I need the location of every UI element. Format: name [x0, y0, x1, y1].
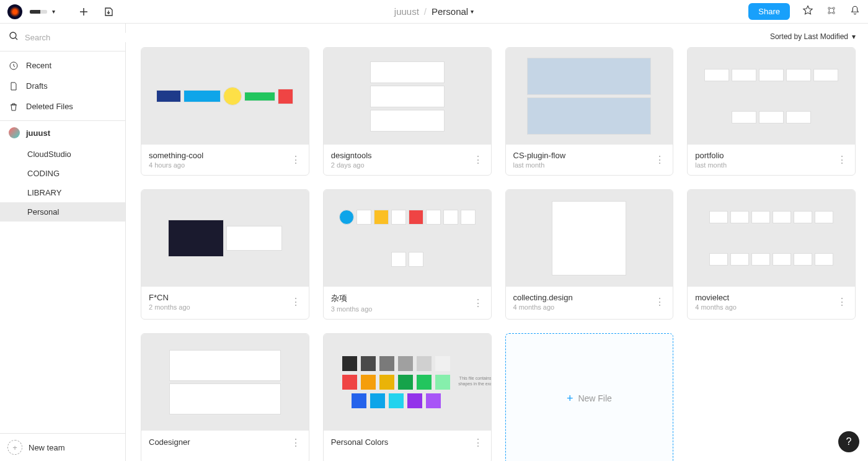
- file-title: movielect: [695, 293, 737, 302]
- sidebar: Recent Drafts Deleted Files juuust: [0, 24, 126, 461]
- help-button[interactable]: ?: [838, 431, 859, 452]
- file-title: something-cool: [149, 151, 203, 160]
- svg-point-1: [833, 7, 835, 9]
- breadcrumb-folder[interactable]: Personal ▾: [432, 6, 474, 17]
- more-options-icon[interactable]: ⋮: [473, 154, 484, 166]
- file-time: 2 days ago: [331, 161, 372, 169]
- file-title: designtools: [331, 151, 372, 160]
- sort-row[interactable]: Sorted by Last Modified ▾: [141, 32, 856, 41]
- file-title: Personal Colors: [331, 437, 389, 447]
- file-thumbnail: This file contains your Color Styles. Th…: [324, 334, 491, 431]
- file-card[interactable]: 杂项 3 months ago ⋮: [323, 189, 492, 320]
- search-input[interactable]: [25, 33, 129, 42]
- project-library[interactable]: LIBRARY: [27, 183, 125, 202]
- file-grid: something-cool 4 hours ago ⋮ designtools…: [141, 47, 856, 461]
- file-thumbnail: [141, 334, 309, 431]
- svg-point-0: [828, 7, 830, 9]
- nav-drafts-label: Drafts: [26, 81, 48, 91]
- svg-point-3: [833, 12, 835, 14]
- nav-drafts[interactable]: Drafts: [0, 76, 125, 96]
- file-card[interactable]: designtools 2 days ago ⋮: [323, 47, 492, 176]
- app-header: ▾ juuust / Personal ▾ Share: [0, 0, 868, 24]
- file-card[interactable]: Codesigner ⋮: [141, 333, 309, 461]
- nav-recent-label: Recent: [26, 61, 51, 70]
- file-card[interactable]: This file contains your Color Styles. Th…: [323, 333, 492, 461]
- sort-label: Sorted by Last Modified: [770, 32, 848, 41]
- clock-icon: [9, 61, 19, 70]
- team-avatar: [9, 127, 20, 138]
- file-time: 4 months ago: [513, 303, 573, 311]
- nav-deleted[interactable]: Deleted Files: [0, 96, 125, 117]
- team-projects: CloudStudio CODING LIBRARY Personal: [0, 145, 125, 222]
- file-thumbnail: [688, 190, 855, 287]
- chevron-down-icon: ▾: [471, 8, 474, 15]
- file-title: portfolio: [695, 151, 727, 160]
- file-time: 3 months ago: [331, 305, 373, 313]
- file-thumbnail: [506, 190, 673, 287]
- file-title: F*CN: [149, 293, 190, 302]
- app-logo[interactable]: [7, 4, 22, 19]
- chevron-down-icon[interactable]: ▾: [52, 8, 55, 15]
- breadcrumb-user[interactable]: juuust: [394, 6, 419, 17]
- more-options-icon[interactable]: ⋮: [473, 297, 484, 309]
- breadcrumb: juuust / Personal ▾: [394, 6, 474, 17]
- file-title: 杂项: [331, 293, 373, 304]
- svg-point-4: [10, 32, 16, 38]
- project-coding[interactable]: CODING: [27, 164, 125, 183]
- more-options-icon[interactable]: ⋮: [655, 296, 665, 308]
- team-section: juuust CloudStudio CODING LIBRARY Person…: [0, 121, 125, 222]
- file-time: 4 months ago: [695, 303, 737, 311]
- new-file-tile[interactable]: + New File: [505, 333, 674, 461]
- project-personal[interactable]: Personal: [0, 202, 125, 222]
- file-title: Codesigner: [149, 437, 190, 447]
- file-time: last month: [513, 161, 566, 169]
- svg-point-2: [828, 12, 830, 14]
- help-label: ?: [846, 436, 852, 447]
- plugin-icon[interactable]: [826, 5, 837, 19]
- file-card[interactable]: F*CN 2 months ago ⋮: [141, 189, 309, 320]
- file-card[interactable]: CS-plugin-flow last month ⋮: [505, 47, 674, 176]
- sidebar-footer[interactable]: + New team: [0, 433, 125, 461]
- header-right: Share: [748, 3, 861, 20]
- more-options-icon[interactable]: ⋮: [473, 437, 484, 449]
- more-options-icon[interactable]: ⋮: [291, 296, 301, 308]
- loading-indicator: [30, 10, 47, 14]
- new-team-label: New team: [29, 443, 65, 452]
- file-time: last month: [695, 161, 727, 169]
- file-card[interactable]: portfolio last month ⋮: [687, 47, 856, 176]
- new-file-icon[interactable]: [79, 7, 89, 17]
- trash-icon: [9, 102, 19, 111]
- file-card[interactable]: collecting.design 4 months ago ⋮: [505, 189, 674, 320]
- main-area: Recent Drafts Deleted Files juuust: [0, 24, 868, 461]
- file-thumbnail: [141, 48, 309, 145]
- file-thumbnail: [506, 48, 673, 145]
- file-thumbnail: [141, 190, 309, 287]
- share-button[interactable]: Share: [748, 3, 790, 20]
- header-left: ▾: [7, 4, 113, 19]
- more-options-icon[interactable]: ⋮: [291, 437, 301, 449]
- breadcrumb-separator: /: [424, 6, 427, 17]
- file-card[interactable]: something-cool 4 hours ago ⋮: [141, 47, 309, 176]
- project-cloudstudio[interactable]: CloudStudio: [27, 145, 125, 164]
- nav-section: Recent Drafts Deleted Files: [0, 51, 125, 121]
- new-file-label: New File: [578, 393, 611, 403]
- nav-recent[interactable]: Recent: [0, 55, 125, 76]
- nav-deleted-label: Deleted Files: [26, 102, 73, 111]
- file-thumbnail: [324, 190, 491, 287]
- more-options-icon[interactable]: ⋮: [291, 154, 301, 166]
- file-time: 2 months ago: [149, 303, 190, 311]
- breadcrumb-folder-label: Personal: [432, 6, 468, 17]
- content-area: Sorted by Last Modified ▾ something-cool…: [126, 24, 868, 461]
- more-options-icon[interactable]: ⋮: [837, 154, 848, 166]
- team-header[interactable]: juuust: [0, 121, 125, 145]
- file-thumbnail: [688, 48, 855, 145]
- file-title: CS-plugin-flow: [513, 151, 566, 160]
- import-icon[interactable]: [104, 7, 113, 17]
- notifications-icon[interactable]: [849, 5, 861, 19]
- search-row: [0, 24, 125, 51]
- favorite-icon[interactable]: [802, 5, 813, 19]
- more-options-icon[interactable]: ⋮: [837, 296, 848, 308]
- more-options-icon[interactable]: ⋮: [655, 154, 665, 166]
- file-title: collecting.design: [513, 293, 573, 302]
- file-card[interactable]: movielect 4 months ago ⋮: [687, 189, 856, 320]
